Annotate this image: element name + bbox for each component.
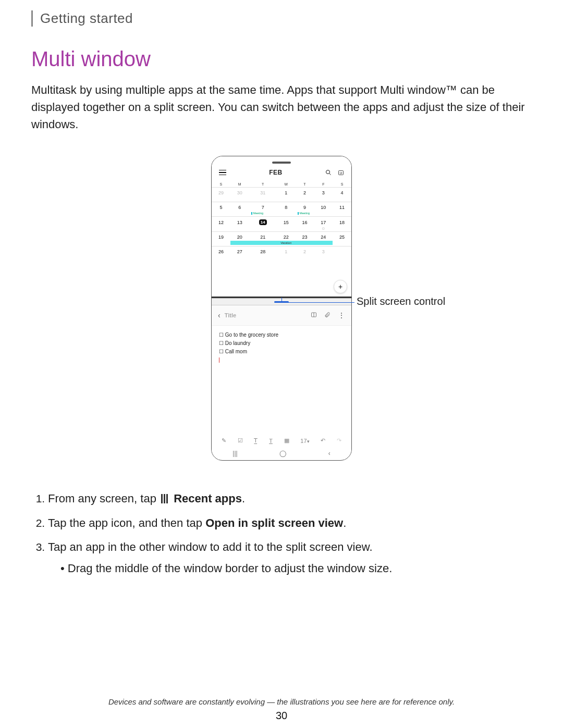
- calendar-cell[interactable]: 7Meeting: [249, 202, 277, 217]
- day-column-header: S: [212, 181, 230, 188]
- home-nav-icon[interactable]: ◯: [279, 450, 286, 457]
- callout-split-control: Split screen control: [357, 295, 445, 307]
- callout-connector: [282, 298, 282, 302]
- calendar-cell[interactable]: 11: [333, 202, 351, 217]
- calendar-cell[interactable]: 23: [296, 232, 314, 246]
- calendar-cell[interactable]: 6: [230, 202, 249, 217]
- calendar-cell[interactable]: 3: [314, 188, 333, 202]
- svg-line-1: [329, 174, 331, 175]
- notes-toolbar: ✎ ☑ T̲ T ▦ 17▾ ↶ ↷: [212, 435, 351, 446]
- recents-nav-icon[interactable]: |||: [232, 450, 237, 457]
- illustration: FEB 14 SMTWTFS 2930311234567Meeting89Mee…: [31, 156, 532, 461]
- section-header: Getting started: [31, 10, 532, 27]
- calendar-cell[interactable]: 22Vacation: [277, 232, 296, 246]
- calendar-cell[interactable]: 13: [230, 217, 249, 232]
- notes-pane: ‹ Title ⋮ Go to the grocery storeDo laun…: [212, 305, 351, 460]
- calendar-cell[interactable]: 31: [249, 188, 277, 202]
- calendar-cell[interactable]: 3: [314, 246, 333, 261]
- calendar-cell[interactable]: 2: [296, 246, 314, 261]
- todo-item[interactable]: Go to the grocery store: [219, 331, 344, 339]
- calendar-pane: FEB 14 SMTWTFS 2930311234567Meeting89Mee…: [212, 156, 351, 298]
- svg-text:14: 14: [339, 172, 342, 175]
- calendar-cell[interactable]: 8: [277, 202, 296, 217]
- month-label: FEB: [269, 169, 283, 176]
- phone-notch: [272, 162, 291, 164]
- pen-icon[interactable]: ✎: [222, 437, 226, 444]
- calendar-cell[interactable]: 18: [333, 217, 351, 232]
- calendar-cell[interactable]: 30: [230, 188, 249, 202]
- calendar-cell[interactable]: 9Meeting: [296, 202, 314, 217]
- calendar-cell[interactable]: [333, 246, 351, 261]
- calendar-cell[interactable]: 1: [277, 188, 296, 202]
- nav-bar: ||| ◯ ‹: [212, 447, 351, 460]
- step-2: Tap the app icon, and then tap Open in s…: [48, 513, 532, 533]
- calendar-cell[interactable]: 1: [277, 246, 296, 261]
- calendar-cell[interactable]: 4: [333, 188, 351, 202]
- step-3: Tap an app in the other window to add it…: [48, 537, 532, 578]
- calendar-cell[interactable]: 28: [249, 246, 277, 261]
- page-title: Multi window: [31, 47, 532, 71]
- calendar-cell[interactable]: 21: [249, 232, 277, 246]
- calendar-cell[interactable]: 10: [314, 202, 333, 217]
- svg-point-0: [326, 170, 330, 174]
- step-1: From any screen, tap Recent apps.: [48, 489, 532, 509]
- calendar-cell[interactable]: 17☺: [314, 217, 333, 232]
- calendar-cell[interactable]: 15: [277, 217, 296, 232]
- search-icon[interactable]: [325, 169, 332, 176]
- calendar-cell[interactable]: 12: [212, 217, 230, 232]
- callout-line: [282, 302, 354, 303]
- day-column-header: S: [333, 181, 351, 188]
- insert-icon[interactable]: ▦: [284, 437, 289, 444]
- calendar-cell[interactable]: 2: [296, 188, 314, 202]
- checkbox-icon[interactable]: ☑: [238, 437, 243, 444]
- day-column-header: M: [230, 181, 249, 188]
- attach-icon[interactable]: [324, 311, 331, 320]
- intro-paragraph: Multitask by using multiple apps at the …: [31, 81, 532, 133]
- calendar-cell[interactable]: 25: [333, 232, 351, 246]
- today-icon[interactable]: 14: [338, 169, 344, 176]
- calendar-cell[interactable]: 16: [296, 217, 314, 232]
- text-format-icon[interactable]: T: [269, 438, 273, 444]
- font-size-control[interactable]: 17▾: [300, 438, 309, 444]
- steps-list: From any screen, tap Recent apps. Tap th…: [48, 489, 532, 578]
- calendar-cell[interactable]: 27: [230, 246, 249, 261]
- recent-apps-icon: [161, 490, 169, 509]
- undo-icon[interactable]: ↶: [321, 437, 325, 444]
- calendar-cell[interactable]: 26: [212, 246, 230, 261]
- back-icon[interactable]: ‹: [218, 311, 221, 319]
- day-column-header: F: [314, 181, 333, 188]
- step-3-sub: Drag the middle of the window border to …: [60, 559, 532, 578]
- page-number: 30: [0, 710, 563, 722]
- day-column-header: T: [249, 181, 277, 188]
- text-style-icon[interactable]: T̲: [254, 437, 258, 444]
- menu-icon[interactable]: [219, 170, 226, 176]
- day-column-header: T: [296, 181, 314, 188]
- todo-item[interactable]: Do laundry: [219, 339, 344, 348]
- back-nav-icon[interactable]: ‹: [328, 450, 331, 457]
- calendar-grid: SMTWTFS 2930311234567Meeting89Meeting101…: [212, 181, 351, 261]
- calendar-cell[interactable]: 20: [230, 232, 249, 246]
- calendar-cell[interactable]: 19: [212, 232, 230, 246]
- reader-icon[interactable]: [311, 311, 317, 320]
- note-body[interactable]: Go to the grocery storeDo laundryCall mo…: [212, 326, 351, 369]
- note-title-placeholder[interactable]: Title: [225, 312, 236, 318]
- more-icon[interactable]: ⋮: [338, 311, 345, 319]
- todo-item[interactable]: Call mom: [219, 348, 344, 356]
- calendar-header: FEB 14: [212, 156, 351, 181]
- add-event-button[interactable]: +: [334, 280, 347, 293]
- redo-icon[interactable]: ↷: [337, 437, 341, 444]
- footnote: Devices and software are constantly evol…: [0, 697, 563, 706]
- calendar-cell[interactable]: 5: [212, 202, 230, 217]
- phone-frame: FEB 14 SMTWTFS 2930311234567Meeting89Mee…: [211, 156, 352, 461]
- calendar-cell[interactable]: 14: [249, 217, 277, 232]
- calendar-cell[interactable]: 24: [314, 232, 333, 246]
- day-column-header: W: [277, 181, 296, 188]
- calendar-cell[interactable]: 29: [212, 188, 230, 202]
